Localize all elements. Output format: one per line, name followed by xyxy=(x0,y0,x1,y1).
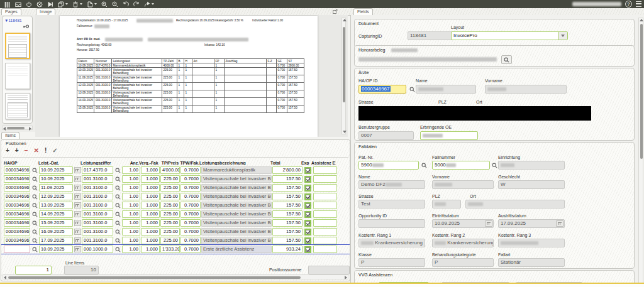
delete-icon[interactable]: ✕ xyxy=(34,147,39,154)
cell-tp[interactable]: 225.00 xyxy=(160,184,180,192)
cell-tp[interactable]: 225.00 xyxy=(160,228,180,236)
cell-assist[interactable] xyxy=(313,193,337,200)
cell-ziffer[interactable]: 001.3100.0 xyxy=(82,210,113,218)
search-icon[interactable] xyxy=(114,185,121,191)
patnr-field[interactable]: 5900 xyxy=(358,161,419,170)
cell-verg[interactable]: 1.000 xyxy=(141,219,160,227)
cell-tpw[interactable]: 0.7000 xyxy=(180,184,201,192)
cell-tpw[interactable]: 0.7000 xyxy=(180,237,201,244)
cell-assist[interactable] xyxy=(313,184,337,192)
positionen-row[interactable]: 000034696712.09.2025001.3100.01.001.0002… xyxy=(1,192,350,201)
search-icon[interactable] xyxy=(31,194,38,200)
exp-checkbox[interactable] xyxy=(304,193,311,200)
exp-checkbox[interactable] xyxy=(304,185,311,192)
cell-tp[interactable]: 4'000.00 xyxy=(160,166,180,174)
detach-panel-icon[interactable] xyxy=(333,9,338,14)
cell-tp[interactable]: 225.00 xyxy=(160,210,180,218)
calendar-icon[interactable] xyxy=(74,237,81,244)
search-icon[interactable] xyxy=(114,176,121,182)
search-icon[interactable] xyxy=(31,203,38,208)
cell-ziffer[interactable]: 001.3100.0 xyxy=(82,193,113,200)
cell-assist[interactable] xyxy=(313,228,337,236)
pages-scrollbar-thumb[interactable] xyxy=(7,127,25,129)
cell-verg[interactable]: 1.000 xyxy=(141,166,160,174)
cell-total[interactable]: 933.24 xyxy=(272,246,303,253)
add-icon[interactable]: + xyxy=(6,147,9,154)
cell-verg[interactable]: 1.000 xyxy=(141,246,160,253)
cell-date[interactable]: 16.09.2025 xyxy=(39,228,73,236)
power-icon[interactable] xyxy=(26,0,32,8)
undo-icon[interactable] xyxy=(123,0,129,8)
redo-icon[interactable] xyxy=(133,0,140,8)
positionen-row[interactable]: 000034696710.09.2025001.3100.01.001.0002… xyxy=(1,175,350,183)
help-icon[interactable]: ? xyxy=(625,1,632,8)
cell-haop[interactable]: 0000346967 xyxy=(4,219,30,227)
cell-verg[interactable]: 1.000 xyxy=(141,184,160,192)
positionen-row[interactable]: 000034696710.09.2025017.4370.01.001.0004… xyxy=(1,166,350,175)
copy-icon[interactable] xyxy=(58,0,64,8)
share-dropdown-caret[interactable] xyxy=(152,3,154,5)
cell-total[interactable]: 157.50 xyxy=(272,228,303,236)
image-vertical-scrollbar[interactable] xyxy=(341,18,346,134)
calendar-icon[interactable] xyxy=(74,167,81,173)
cell-haop[interactable] xyxy=(4,246,30,253)
cell-anz[interactable]: 1.00 xyxy=(122,175,140,183)
cell-date[interactable]: 10.09.2025 xyxy=(39,246,73,253)
cell-ziffer[interactable]: 001.3100.0 xyxy=(82,184,113,192)
cell-assist[interactable] xyxy=(313,166,337,174)
cell-tp[interactable]: 225.00 xyxy=(160,175,180,183)
cell-tp[interactable]: 225.00 xyxy=(160,237,180,244)
cell-tpw[interactable]: 0.7000 xyxy=(180,202,201,209)
cell-tpw[interactable]: 0.7000 xyxy=(180,246,201,253)
exp-checkbox[interactable] xyxy=(304,211,311,218)
exp-checkbox[interactable] xyxy=(304,202,311,209)
cell-assist[interactable] xyxy=(313,202,337,209)
cell-date[interactable]: 10.09.2025 xyxy=(39,175,73,183)
exp-checkbox[interactable] xyxy=(304,167,311,174)
menu-icon[interactable] xyxy=(636,1,641,7)
cell-date[interactable]: 17.09.2025 xyxy=(39,237,73,244)
cell-assist[interactable] xyxy=(313,219,337,227)
search-icon[interactable] xyxy=(114,194,121,200)
cell-total[interactable]: 157.50 xyxy=(272,184,303,192)
trash-dropdown-caret[interactable] xyxy=(80,3,82,5)
cell-tpw[interactable]: 0.7000 xyxy=(180,175,201,183)
haop-id-field[interactable]: 0000346967 xyxy=(358,85,406,94)
close-circle-icon[interactable] xyxy=(36,0,43,8)
cell-total[interactable]: 157.50 xyxy=(272,219,303,227)
cell-anz[interactable]: 1.00 xyxy=(122,184,140,192)
fields-vertical-scrollbar[interactable] xyxy=(638,18,643,285)
search-icon[interactable] xyxy=(31,185,38,191)
trash-icon[interactable] xyxy=(72,0,79,8)
honorarbeleg-search-button[interactable] xyxy=(501,55,512,64)
search-icon[interactable] xyxy=(114,238,121,244)
search-icon[interactable] xyxy=(31,247,38,252)
cell-anz[interactable]: 1.00 xyxy=(122,166,140,174)
positionen-row[interactable]: 000034696717.09.2025001.3100.01.001.0002… xyxy=(1,236,350,245)
cell-tpw[interactable]: 0.7000 xyxy=(180,193,201,200)
search-icon[interactable] xyxy=(31,229,38,235)
search-icon[interactable] xyxy=(31,220,38,226)
insert-icon[interactable]: + xyxy=(15,147,19,154)
cell-total[interactable]: 157.50 xyxy=(272,202,303,209)
search-icon[interactable] xyxy=(114,220,121,226)
calendar-icon[interactable] xyxy=(74,211,81,217)
cell-verg[interactable]: 1.000 xyxy=(141,228,160,236)
copy-dropdown-caret[interactable] xyxy=(65,3,68,5)
cell-tp[interactable]: 1'333.20 xyxy=(160,246,180,253)
cell-ziffer[interactable]: 001.3100.0 xyxy=(82,237,113,244)
calendar-icon[interactable] xyxy=(556,220,564,227)
cell-haop[interactable]: 0000346967 xyxy=(4,184,30,192)
inbox-icon[interactable] xyxy=(15,0,21,8)
cell-total[interactable]: 157.50 xyxy=(272,175,303,183)
positionen-row[interactable]: 000034696711.09.2025001.3100.01.001.0002… xyxy=(1,183,350,192)
cell-haop[interactable]: 0000346967 xyxy=(4,193,30,200)
grip-icon[interactable] xyxy=(4,0,11,8)
search-icon[interactable] xyxy=(114,168,121,173)
key-icon[interactable] xyxy=(23,24,29,29)
cell-total[interactable]: 157.50 xyxy=(272,193,303,200)
cell-haop[interactable]: 0000346967 xyxy=(4,202,30,209)
exp-checkbox[interactable] xyxy=(304,176,311,183)
cell-ziffer[interactable]: 001.3100.0 xyxy=(82,219,113,227)
patnr-search-icon[interactable] xyxy=(421,163,427,168)
